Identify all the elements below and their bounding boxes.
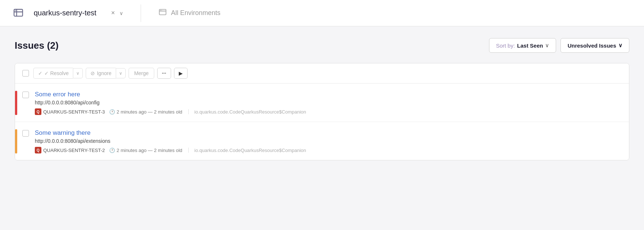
resolve-chevron-icon: ∨ xyxy=(76,71,79,76)
issue-title[interactable]: Some warning there xyxy=(35,129,622,137)
issue-time: 🕐 2 minutes ago — 2 minutes old xyxy=(109,109,182,115)
time-label: 2 minutes ago — 2 minutes old xyxy=(116,109,182,115)
resolve-dropdown-button[interactable]: ∨ xyxy=(73,68,83,78)
resolve-button[interactable]: ✓ ✓ Resolve xyxy=(33,68,73,79)
clock-icon: 🕐 xyxy=(109,148,115,153)
play-button[interactable]: ▶ xyxy=(174,68,188,79)
project-badge: Q QUARKUS-SENTRY-TEST-3 xyxy=(35,108,105,115)
issue-title[interactable]: Some error here xyxy=(35,91,622,98)
check-icon: ✓ xyxy=(38,70,42,76)
severity-bar-warning xyxy=(15,129,17,153)
svg-point-1 xyxy=(15,10,16,11)
svg-rect-2 xyxy=(159,10,166,15)
env-label[interactable]: All Environments xyxy=(171,9,221,17)
class-name: io.quarkus.code.CodeQuarkusResource$Comp… xyxy=(195,109,306,115)
ignore-button[interactable]: ⊘ Ignore xyxy=(86,68,116,79)
clock-icon: 🕐 xyxy=(109,109,115,115)
close-button[interactable]: × xyxy=(111,9,115,17)
issues-controls: Sort by: Last Seen ∨ Unresolved Issues ∨ xyxy=(489,38,629,53)
filter-label: Unresolved Issues xyxy=(567,42,616,49)
issue-checkbox[interactable] xyxy=(22,130,29,137)
chevron-down-icon[interactable]: ∨ xyxy=(119,10,123,16)
meta-divider xyxy=(188,148,189,153)
merge-button[interactable]: Merge xyxy=(129,68,154,79)
resolve-split-button: ✓ ✓ Resolve ∨ xyxy=(33,68,83,79)
issue-url: http://0.0.0.0:8080/api/config xyxy=(35,100,622,105)
time-label: 2 minutes ago — 2 minutes old xyxy=(116,148,182,153)
class-name: io.quarkus.code.CodeQuarkusResource$Comp… xyxy=(195,148,306,153)
browser-icon xyxy=(159,8,167,18)
quarkus-icon: Q xyxy=(35,147,41,153)
more-options-button[interactable]: ··· xyxy=(157,68,171,79)
issue-content: Some error here http://0.0.0.0:8080/api/… xyxy=(35,91,622,115)
select-all-checkbox[interactable] xyxy=(22,70,29,77)
header-controls: × ∨ xyxy=(111,9,123,17)
project-badge: Q QUARKUS-SENTRY-TEST-2 xyxy=(35,147,105,153)
issue-time: 🕐 2 minutes ago — 2 minutes old xyxy=(109,148,182,153)
sort-chevron-icon: ∨ xyxy=(545,42,549,49)
issue-meta: Q QUARKUS-SENTRY-TEST-3 🕐 2 minutes ago … xyxy=(35,108,622,115)
header-divider xyxy=(141,4,141,22)
issue-meta: Q QUARKUS-SENTRY-TEST-2 🕐 2 minutes ago … xyxy=(35,147,622,153)
project-icon xyxy=(12,7,25,20)
main-content: Issues (2) Sort by: Last Seen ∨ Unresolv… xyxy=(0,26,644,230)
issue-row[interactable]: Some error here http://0.0.0.0:8080/api/… xyxy=(15,84,629,122)
severity-bar-error xyxy=(15,91,17,115)
sort-prefix: Sort by: xyxy=(496,42,515,49)
issue-content: Some warning there http://0.0.0.0:8080/a… xyxy=(35,129,622,153)
page-title: Issues (2) xyxy=(15,40,489,51)
issue-checkbox[interactable] xyxy=(22,92,29,98)
ignore-label: Ignore xyxy=(97,70,111,76)
issue-url: http://0.0.0.0:8080/api/extensions xyxy=(35,138,622,144)
issues-toolbar: ✓ ✓ Resolve ∨ ⊘ Ignore ∨ Merge ··· ▶ xyxy=(15,63,629,84)
ignore-split-button: ⊘ Ignore ∨ xyxy=(86,68,126,79)
svg-point-5 xyxy=(160,10,160,10)
ignore-dropdown-button[interactable]: ∨ xyxy=(116,68,126,78)
project-name-label: QUARKUS-SENTRY-TEST-3 xyxy=(43,109,105,115)
env-section: All Environments xyxy=(159,8,221,18)
issues-header: Issues (2) Sort by: Last Seen ∨ Unresolv… xyxy=(15,38,629,53)
quarkus-icon: Q xyxy=(35,108,41,115)
ignore-chevron-icon: ∨ xyxy=(119,71,122,76)
filter-button[interactable]: Unresolved Issues ∨ xyxy=(560,38,629,53)
issue-row[interactable]: Some warning there http://0.0.0.0:8080/a… xyxy=(15,122,629,160)
header-bar: quarkus-sentry-test × ∨ All Environments xyxy=(0,0,644,26)
meta-divider xyxy=(188,109,189,114)
project-name: quarkus-sentry-test xyxy=(34,9,96,17)
svg-point-6 xyxy=(162,10,162,10)
sort-by-button[interactable]: Sort by: Last Seen ∨ xyxy=(489,38,556,53)
resolve-label: ✓ Resolve xyxy=(44,70,69,76)
filter-chevron-icon: ∨ xyxy=(618,42,622,49)
sort-value: Last Seen xyxy=(517,42,543,49)
issues-list-container: ✓ ✓ Resolve ∨ ⊘ Ignore ∨ Merge ··· ▶ xyxy=(15,63,629,160)
ignore-icon: ⊘ xyxy=(90,70,95,76)
project-name-label: QUARKUS-SENTRY-TEST-2 xyxy=(43,148,105,153)
